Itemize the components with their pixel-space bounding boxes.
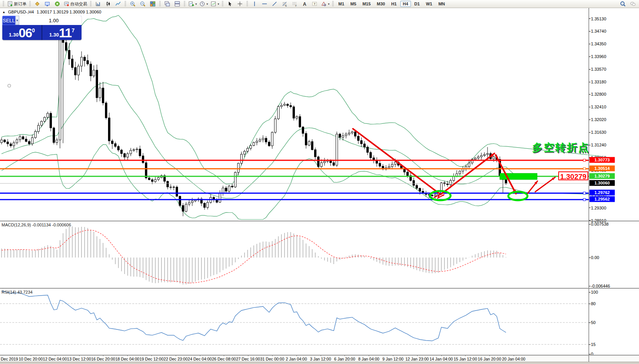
- timeframe-button-m5[interactable]: M5: [348, 1, 359, 7]
- price-axis-label: 1.32020: [591, 117, 606, 122]
- timeframe-button-d1[interactable]: D1: [412, 1, 423, 7]
- vline-icon: [251, 1, 258, 7]
- toolbar-button-bar-chart[interactable]: [93, 0, 103, 8]
- ask-prefix: 1.30: [49, 32, 59, 38]
- timeframe-button-m15[interactable]: M15: [360, 1, 373, 7]
- toolbar-button-indicators[interactable]: ▾: [187, 0, 198, 8]
- toolbar-button-tile-windows[interactable]: [148, 0, 158, 8]
- toolbar-button-periods[interactable]: ▾: [198, 0, 209, 8]
- toolbar-grip: [29, 1, 31, 7]
- price-axis-label: 1.29300: [591, 206, 606, 210]
- diamond-icon: [34, 1, 40, 7]
- toolbar-button-arrange-charts[interactable]: [162, 0, 172, 8]
- toolbar-button-candle-chart[interactable]: [103, 0, 113, 8]
- price-callout-box[interactable]: 1.30279: [558, 171, 588, 180]
- time-axis-label: 12 Jan 23:00: [405, 357, 429, 361]
- signal-icon: [54, 1, 60, 7]
- toolbar-button-charts-profile[interactable]: [32, 0, 42, 8]
- chevron-down-icon[interactable]: ▾: [195, 2, 197, 6]
- level-price-label: 1.30514: [589, 165, 615, 171]
- macd-indicator-label: MACD(12,26,9) -0.001134 -0.000606: [2, 223, 71, 227]
- ask-price[interactable]: 1.30 11 7: [42, 25, 82, 40]
- toolbar-button-horizontal-line[interactable]: [260, 0, 270, 8]
- sell-button[interactable]: SELL: [2, 16, 15, 25]
- svg-text:F: F: [295, 5, 297, 7]
- toolbar-button-grid-tool[interactable]: F: [290, 0, 300, 8]
- toolbar-button-autotrading[interactable]: 自动交易: [62, 0, 88, 8]
- price-axis-label: 1.34740: [591, 29, 606, 33]
- time-axis-label: 16 Dec 20:00: [91, 357, 115, 361]
- red-zigzag-arrow[interactable]: [535, 177, 555, 192]
- macd-rsi-separator[interactable]: [0, 288, 639, 289]
- timeframe-button-m1[interactable]: M1: [336, 1, 347, 7]
- chevron-down-icon[interactable]: ▾: [218, 2, 219, 6]
- timeframe-button-h4[interactable]: H4: [400, 1, 411, 7]
- chart-header: ▲ GBPUSD-,H4 1.30017 1.30129 1.30009 1.3…: [2, 10, 101, 15]
- clock-icon: [199, 1, 205, 7]
- time-axis-label: 2 Jan 04:00: [286, 357, 307, 361]
- price-axis-label: 1.33180: [591, 80, 606, 84]
- main-chart-canvas[interactable]: [0, 8, 639, 221]
- chevron-down-icon[interactable]: ▾: [206, 2, 208, 6]
- ohlc-values: 1.30017 1.30129 1.30009 1.30060: [37, 10, 101, 15]
- shapes-icon: [321, 1, 327, 7]
- mt4-window: 新订单自动交易▾▾▾EFAT▾M1M5M15M30H1H4D1W1MN ▲ GB…: [0, 0, 639, 364]
- indicators-icon: [188, 1, 194, 7]
- toolbar-button-trendline[interactable]: [270, 0, 280, 8]
- texta-icon: A: [301, 1, 308, 7]
- toolbar-grip: [3, 1, 4, 7]
- bars-icon: [95, 1, 101, 7]
- rsi-line: [2, 291, 506, 341]
- rsi-panel-canvas[interactable]: [0, 289, 639, 355]
- hline-handle[interactable]: [583, 192, 586, 194]
- ask-big-figure: 11: [59, 27, 72, 39]
- price-axis-label: 1.31630: [591, 130, 606, 135]
- toolbar-button-zoom-in[interactable]: [128, 0, 138, 8]
- toolbar-button-shapes[interactable]: ▾: [320, 0, 331, 8]
- svg-text:A: A: [303, 2, 306, 7]
- chevron-down-icon[interactable]: ▾: [328, 2, 329, 6]
- toolbar-button-signals[interactable]: [52, 0, 62, 8]
- chart-annotations[interactable]: [8, 84, 555, 200]
- red-trend-line[interactable]: [353, 129, 441, 194]
- main-macd-separator[interactable]: [0, 221, 639, 221]
- toolbar-button-zoom-out[interactable]: [138, 0, 148, 8]
- hline-handle[interactable]: [583, 159, 586, 161]
- chat-icon: [630, 1, 636, 7]
- toolbar-button-cursor[interactable]: [225, 0, 235, 8]
- hline-handle[interactable]: [583, 198, 586, 201]
- toolbar-button-chat[interactable]: [628, 0, 638, 8]
- toolbar-button-text-tool[interactable]: A: [300, 0, 310, 8]
- timeframe-button-m30[interactable]: M30: [374, 1, 388, 7]
- timeframe-button-h1[interactable]: H1: [388, 1, 399, 7]
- toolbar-button-new-order[interactable]: 新订单: [6, 0, 28, 8]
- zoomout-icon: [140, 1, 146, 7]
- timeframe-button-mn[interactable]: MN: [436, 1, 448, 7]
- toolbar-button-templates[interactable]: ▾: [209, 0, 220, 8]
- bid-price[interactable]: 1.30 06 0: [2, 25, 42, 40]
- hline-handle[interactable]: [583, 168, 586, 170]
- collapse-arrow-icon[interactable]: ▲: [2, 10, 5, 15]
- time-axis-label: 6 Jan 20:00: [334, 357, 355, 361]
- macd-panel-canvas[interactable]: [0, 221, 639, 288]
- time-axis[interactable]: Dec 201910 Dec 20:0012 Dec 04:0013 Dec 1…: [0, 356, 639, 362]
- timeframe-button-w1[interactable]: W1: [423, 1, 435, 7]
- toolbar-button-track-chart[interactable]: [172, 0, 182, 8]
- toolbar-button-vertical-line[interactable]: [250, 0, 260, 8]
- toolbar-button-line-chart[interactable]: [113, 0, 123, 8]
- object-marker-circle[interactable]: [8, 84, 11, 87]
- toolbar-button-market-watch[interactable]: [42, 0, 52, 8]
- turning-point-annotation[interactable]: 多空转折点: [532, 141, 590, 155]
- toolbar-grip: [125, 1, 126, 7]
- toolbar-grip: [184, 1, 185, 7]
- search-icon: [620, 1, 626, 7]
- toolbar-button-search[interactable]: [618, 0, 628, 8]
- toolbar-grip: [90, 1, 92, 7]
- toolbar-button-label-tool[interactable]: T: [310, 0, 320, 8]
- toolbar-button-fibonacci[interactable]: E: [280, 0, 290, 8]
- volume-input[interactable]: [19, 16, 82, 25]
- toolbar-button-crosshair[interactable]: [235, 0, 245, 8]
- price-axis-label: 1.33570: [591, 67, 606, 71]
- volume-decrease-button[interactable]: ▼: [15, 16, 19, 25]
- price-axis-label: 1.33960: [591, 54, 606, 59]
